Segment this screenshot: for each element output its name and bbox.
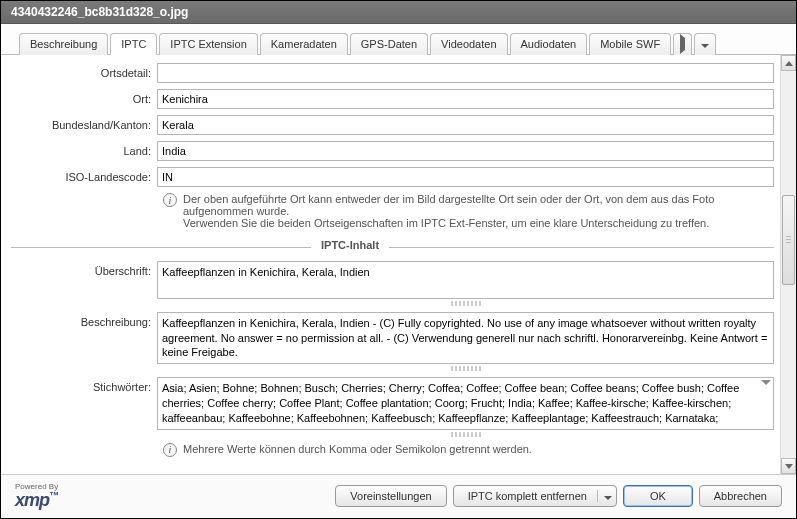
abbrechen-button[interactable]: Abbrechen xyxy=(699,485,782,507)
scroll-up-button[interactable] xyxy=(781,55,796,71)
info-icon: i xyxy=(163,193,177,207)
label-land: Land: xyxy=(11,141,157,157)
land-input[interactable] xyxy=(157,141,774,161)
tab-bar: Beschreibung IPTC IPTC Extension Kamerad… xyxy=(1,24,796,55)
tab-kameradaten[interactable]: Kameradaten xyxy=(260,33,348,55)
location-info-text: Der oben aufgeführte Ort kann entweder d… xyxy=(183,193,774,229)
chevron-down-icon xyxy=(785,464,793,469)
tab-mobile-swf[interactable]: Mobile SWF xyxy=(589,33,671,55)
label-ort: Ort: xyxy=(11,89,157,105)
iso-input[interactable] xyxy=(157,167,774,187)
stichwoerter-input[interactable] xyxy=(157,377,774,430)
xmp-logo: Powered By xmp™ xyxy=(15,483,58,509)
keywords-info-text: Mehrere Werte können durch Komma oder Se… xyxy=(183,443,532,457)
label-stichwoerter: Stichwörter: xyxy=(11,377,157,393)
vertical-scrollbar[interactable] xyxy=(780,55,796,474)
label-bundesland: Bundesland/Kanton: xyxy=(11,115,157,131)
tab-scroll-right[interactable] xyxy=(673,33,692,55)
tab-menu-dropdown[interactable] xyxy=(694,33,716,55)
resize-grip[interactable] xyxy=(451,301,481,306)
scroll-down-button[interactable] xyxy=(781,458,796,474)
chevron-up-icon xyxy=(785,61,793,66)
form-area: Ortsdetail: Ort: Bundesland/Kanton: Land… xyxy=(1,55,780,474)
label-iso: ISO-Landescode: xyxy=(11,167,157,183)
tab-iptc-extension[interactable]: IPTC Extension xyxy=(159,33,257,55)
dialog-footer: Powered By xmp™ Voreinstellungen IPTC ko… xyxy=(1,474,796,517)
chevron-down-icon xyxy=(604,496,612,500)
scroll-thumb[interactable] xyxy=(782,195,795,285)
beschreibung-input[interactable] xyxy=(157,312,774,365)
label-ortsdetail: Ortsdetail: xyxy=(11,63,157,79)
ueberschrift-input[interactable] xyxy=(157,261,774,299)
label-ueberschrift: Überschrift: xyxy=(11,261,157,277)
bundesland-input[interactable] xyxy=(157,115,774,135)
window-title: 4340432246_bc8b31d328_o.jpg xyxy=(1,1,796,24)
resize-grip[interactable] xyxy=(451,366,481,371)
split-button-caret[interactable] xyxy=(597,490,612,502)
tab-beschreibung[interactable]: Beschreibung xyxy=(19,33,108,55)
tab-audiodaten[interactable]: Audiodaten xyxy=(510,33,588,55)
ort-input[interactable] xyxy=(157,89,774,109)
info-icon: i xyxy=(163,443,177,457)
iptc-entfernen-button[interactable]: IPTC komplett entfernen xyxy=(453,485,617,507)
label-beschreibung: Beschreibung: xyxy=(11,312,157,328)
tab-gps-daten[interactable]: GPS-Daten xyxy=(350,33,428,55)
tab-iptc[interactable]: IPTC xyxy=(110,33,157,55)
ortsdetail-input[interactable] xyxy=(157,63,774,83)
chevron-down-icon xyxy=(701,44,709,48)
ok-button[interactable]: OK xyxy=(623,485,693,507)
resize-grip[interactable] xyxy=(451,432,481,437)
keywords-dropdown-icon[interactable] xyxy=(761,380,771,385)
voreinstellungen-button[interactable]: Voreinstellungen xyxy=(335,485,446,507)
chevron-right-icon xyxy=(680,34,685,54)
tab-videodaten[interactable]: Videodaten xyxy=(430,33,507,55)
section-iptc-inhalt: IPTC-Inhalt xyxy=(11,239,774,251)
